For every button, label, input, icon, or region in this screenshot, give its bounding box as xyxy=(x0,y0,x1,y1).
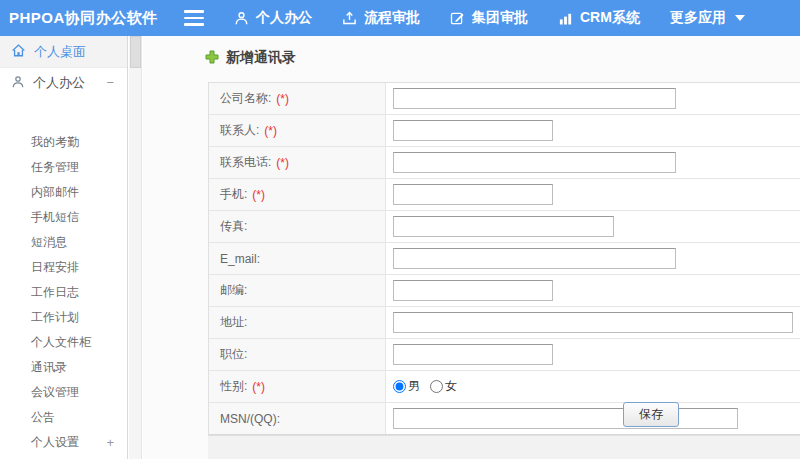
sidebar-item-5[interactable]: 日程安排 xyxy=(0,255,127,280)
sidebar-item-6[interactable]: 工作日志 xyxy=(0,280,127,305)
sidebar-item-3[interactable]: 手机短信 xyxy=(0,205,127,230)
form-footer xyxy=(208,436,800,459)
nav-item-4[interactable]: 更多应用 xyxy=(670,9,745,27)
address-input[interactable] xyxy=(393,312,793,333)
collapse-icon[interactable]: − xyxy=(106,68,114,98)
form-row-msn-qq: MSN/(QQ): xyxy=(209,403,800,435)
sidebar-item-9[interactable]: 通讯录 xyxy=(0,355,127,380)
sidebar-sub-list: 我的考勤任务管理内部邮件手机短信短消息日程安排工作日志工作计划个人文件柜通讯录会… xyxy=(0,130,127,459)
sidebar-item-label: 个人办公 xyxy=(33,74,85,92)
sidebar-item-0[interactable]: 我的考勤 xyxy=(0,130,127,155)
msn-qq-field-cell xyxy=(386,403,800,434)
zip-code-field-cell xyxy=(386,275,800,306)
sidebar-item-label: 工作计划 xyxy=(31,310,79,324)
gender-label: 性别:(*) xyxy=(209,371,386,402)
form-row-address: 地址: xyxy=(209,307,800,339)
expand-icon[interactable]: + xyxy=(106,430,114,455)
sidebar: 个人桌面 个人办公 − 我的考勤任务管理内部邮件手机短信短消息日程安排工作日志工… xyxy=(0,36,128,459)
sidebar-item-desktop[interactable]: 个人桌面 xyxy=(0,36,127,68)
page-title-text: 新增通讯录 xyxy=(226,49,296,67)
form-row-zip-code: 邮编: xyxy=(209,275,800,307)
sidebar-item-label: 工作日志 xyxy=(31,285,79,299)
fax-field-cell xyxy=(386,211,800,242)
form-row-fax: 传真: xyxy=(209,211,800,243)
form-row-contact-phone: 联系电话:(*) xyxy=(209,147,800,179)
email-label: E_mail: xyxy=(209,243,386,274)
gender-radio-1[interactable] xyxy=(430,380,443,393)
company-name-field-cell xyxy=(386,83,800,114)
address-label: 地址: xyxy=(209,307,386,338)
page-title: 新增通讯录 xyxy=(205,49,296,67)
sidebar-item-label: 会议管理 xyxy=(31,385,79,399)
caret-down-icon xyxy=(733,15,745,21)
contact-phone-input[interactable] xyxy=(393,152,676,173)
gender-radio-label-1[interactable]: 女 xyxy=(445,378,457,395)
required-mark: (*) xyxy=(252,380,265,394)
mobile-label: 手机:(*) xyxy=(209,179,386,210)
gender-radio-label-0[interactable]: 男 xyxy=(408,378,420,395)
sidebar-item-label: 内部邮件 xyxy=(31,185,79,199)
sidebar-item-label: 日程安排 xyxy=(31,260,79,274)
nav-item-3[interactable]: CRM系统 xyxy=(558,9,640,27)
form-row-company-name: 公司名称:(*) xyxy=(209,83,800,115)
menu-icon[interactable] xyxy=(184,10,204,26)
chart-icon xyxy=(558,11,573,26)
sidebar-item-1[interactable]: 任务管理 xyxy=(0,155,127,180)
nav-item-label: 更多应用 xyxy=(670,9,726,27)
nav-item-label: 集团审批 xyxy=(472,9,528,27)
zip-code-input[interactable] xyxy=(393,280,553,301)
sidebar-item-4[interactable]: 短消息 xyxy=(0,230,127,255)
sidebar-item-11[interactable]: 公告 xyxy=(0,405,127,430)
contact-form: 公司名称:(*)联系人:(*)联系电话:(*)手机:(*)传真:E_mail:邮… xyxy=(208,82,800,436)
nav-item-0[interactable]: 个人办公 xyxy=(234,9,312,27)
fax-input[interactable] xyxy=(393,216,614,237)
company-name-input[interactable] xyxy=(393,88,676,109)
sidebar-item-label: 个人桌面 xyxy=(34,43,86,61)
msn-qq-input[interactable] xyxy=(393,408,738,429)
gender-radio-group: 男女 xyxy=(393,378,467,395)
form-row-mobile: 手机:(*) xyxy=(209,179,800,211)
sidebar-item-personal-office[interactable]: 个人办公 − xyxy=(0,68,127,98)
form-row-contact-person: 联系人:(*) xyxy=(209,115,800,147)
nav-item-label: 个人办公 xyxy=(256,9,312,27)
save-button[interactable]: 保存 xyxy=(623,402,679,427)
mobile-field-cell xyxy=(386,179,800,210)
main-content: 新增通讯录 公司名称:(*)联系人:(*)联系电话:(*)手机:(*)传真:E_… xyxy=(143,36,800,459)
nav-item-label: CRM系统 xyxy=(580,9,640,27)
sidebar-item-13[interactable]: 通知 xyxy=(0,455,127,459)
email-field-cell xyxy=(386,243,800,274)
company-name-label: 公司名称:(*) xyxy=(209,83,386,114)
required-mark: (*) xyxy=(252,188,265,202)
email-input[interactable] xyxy=(393,248,676,269)
sidebar-item-8[interactable]: 个人文件柜 xyxy=(0,330,127,355)
app-header: PHPOA协同办公软件 个人办公流程审批集团审批CRM系统更多应用 xyxy=(0,0,800,36)
plus-icon xyxy=(205,50,219,67)
sidebar-item-label: 任务管理 xyxy=(31,160,79,174)
workflow-icon xyxy=(342,11,357,26)
form-row-position: 职位: xyxy=(209,339,800,371)
nav-item-1[interactable]: 流程审批 xyxy=(342,9,420,27)
nav-item-label: 流程审批 xyxy=(364,9,420,27)
sidebar-scrollbar[interactable] xyxy=(129,36,142,459)
gender-radio-0[interactable] xyxy=(393,380,406,393)
scrollbar-thumb[interactable] xyxy=(130,36,141,68)
sidebar-item-10[interactable]: 会议管理 xyxy=(0,380,127,405)
position-label: 职位: xyxy=(209,339,386,370)
sidebar-item-label: 短消息 xyxy=(31,235,67,249)
contact-person-input[interactable] xyxy=(393,120,553,141)
position-input[interactable] xyxy=(393,344,553,365)
sidebar-item-12[interactable]: 个人设置+ xyxy=(0,430,127,455)
top-nav: 个人办公流程审批集团审批CRM系统更多应用 xyxy=(234,9,775,27)
form-row-email: E_mail: xyxy=(209,243,800,275)
nav-item-2[interactable]: 集团审批 xyxy=(450,9,528,27)
msn-qq-label: MSN/(QQ): xyxy=(209,403,386,434)
contact-phone-label: 联系电话:(*) xyxy=(209,147,386,178)
contact-person-field-cell xyxy=(386,115,800,146)
required-mark: (*) xyxy=(276,92,289,106)
mobile-input[interactable] xyxy=(393,184,553,205)
sidebar-item-7[interactable]: 工作计划 xyxy=(0,305,127,330)
contact-phone-field-cell xyxy=(386,147,800,178)
sidebar-item-label: 通讯录 xyxy=(31,360,67,374)
fax-label: 传真: xyxy=(209,211,386,242)
sidebar-item-2[interactable]: 内部邮件 xyxy=(0,180,127,205)
